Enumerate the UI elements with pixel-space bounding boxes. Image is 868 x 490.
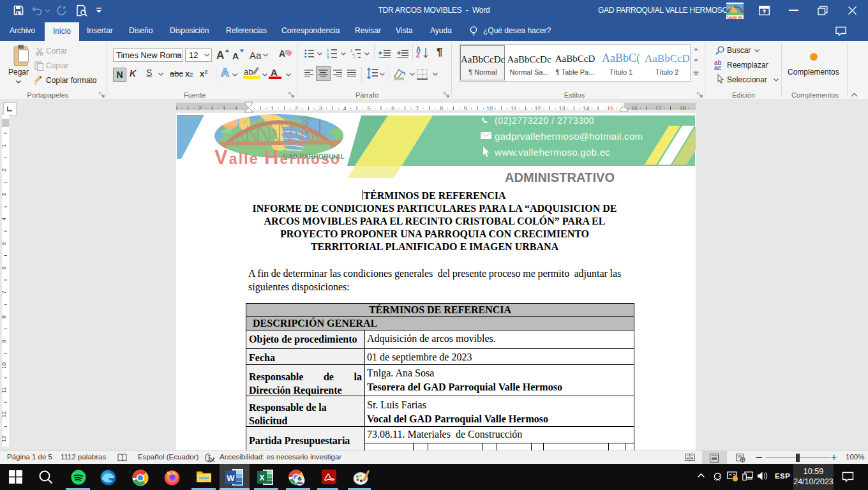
svg-text:14: 14 <box>583 105 589 110</box>
svg-text:4: 4 <box>343 105 347 110</box>
svg-text:9: 9 <box>464 105 467 110</box>
svg-text:1: 1 <box>223 105 226 110</box>
svg-text:13: 13 <box>2 436 7 442</box>
svg-text:11: 11 <box>511 105 516 110</box>
svg-text:5: 5 <box>2 242 7 245</box>
svg-text:4: 4 <box>2 218 7 221</box>
svg-text:X: X <box>259 473 264 482</box>
svg-text:2: 2 <box>295 105 298 110</box>
svg-text:7: 7 <box>415 105 419 110</box>
svg-text:2: 2 <box>2 168 7 172</box>
svg-text:12: 12 <box>535 105 541 110</box>
svg-text:10: 10 <box>2 362 7 369</box>
svg-text:8: 8 <box>440 105 443 110</box>
svg-text:15: 15 <box>607 105 613 110</box>
svg-text:Valle H.: Valle H. <box>727 15 743 20</box>
svg-text:12: 12 <box>2 412 7 418</box>
svg-text:10: 10 <box>486 105 493 110</box>
svg-text:1: 1 <box>2 144 7 147</box>
svg-text:3: 3 <box>2 193 7 196</box>
svg-text:1: 1 <box>271 105 274 110</box>
svg-text:7: 7 <box>2 291 7 294</box>
svg-text:3: 3 <box>176 105 177 110</box>
svg-text:6: 6 <box>391 105 394 110</box>
svg-text:8: 8 <box>2 315 7 318</box>
svg-text:2: 2 <box>198 105 202 110</box>
svg-text:3: 3 <box>319 105 322 110</box>
svg-text:13: 13 <box>558 105 565 110</box>
svg-text:5: 5 <box>367 105 370 110</box>
svg-text:17: 17 <box>655 105 662 110</box>
svg-text:18: 18 <box>679 105 685 110</box>
svg-text:6: 6 <box>2 266 7 269</box>
svg-text:16: 16 <box>631 105 638 110</box>
svg-text:11: 11 <box>2 387 7 393</box>
svg-text:i: i <box>354 56 355 59</box>
svg-text:3: 3 <box>327 56 329 59</box>
svg-text:W: W <box>227 473 235 483</box>
svg-text:9: 9 <box>2 339 7 343</box>
